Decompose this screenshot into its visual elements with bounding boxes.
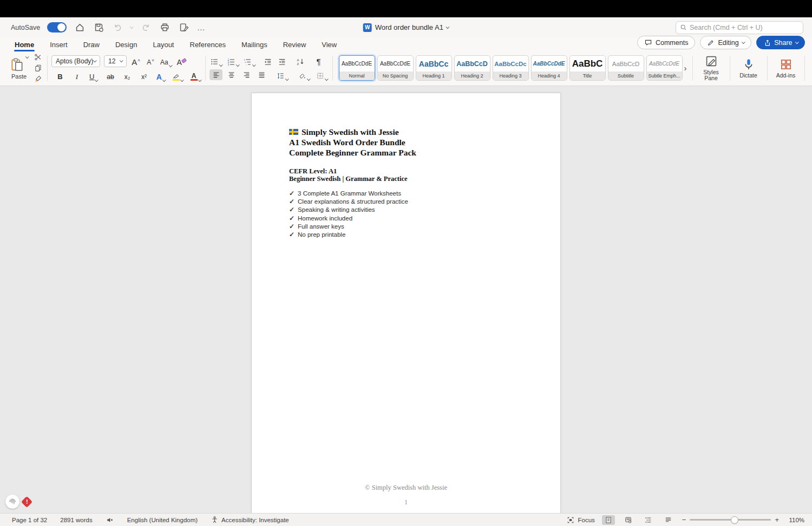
bold-button[interactable]: B [55, 71, 66, 81]
style-chip[interactable]: AaBbC Title [569, 55, 606, 81]
ribbon-tab[interactable]: View [321, 39, 337, 50]
shading-button[interactable] [298, 70, 311, 80]
home-icon[interactable] [74, 22, 86, 34]
checklist-item-text: Speaking & writing activities [298, 206, 375, 213]
paste-button[interactable]: Paste [6, 57, 31, 80]
borders-button[interactable] [316, 70, 329, 80]
word-count[interactable]: 2891 words [60, 517, 92, 523]
zoom-in-button[interactable]: + [775, 517, 779, 523]
format-painter-brush-icon [34, 75, 42, 83]
borders-grid-icon [316, 72, 324, 80]
style-chip[interactable]: AaBbCcDc Heading 3 [493, 55, 529, 81]
undo-menu-chevron-icon[interactable] [130, 25, 133, 28]
style-chip[interactable]: AaBbCc Heading 1 [416, 55, 452, 81]
search-bar[interactable] [676, 21, 803, 34]
text-effects-button[interactable]: A [155, 71, 166, 81]
style-chip[interactable]: AaBbCcD Heading 2 [454, 55, 490, 81]
zoom-slider-track[interactable] [690, 519, 771, 521]
align-center-button[interactable] [225, 69, 238, 80]
shrink-font-button[interactable]: A˅ [145, 56, 156, 66]
format-painter-button[interactable] [32, 75, 43, 83]
focus-icon [566, 516, 575, 524]
highlight-button[interactable] [172, 71, 184, 81]
styles-gallery-more-button[interactable]: › [683, 63, 689, 73]
comments-button[interactable]: Comments [637, 36, 695, 49]
document-edit-icon[interactable] [178, 22, 190, 34]
decrease-indent-icon [264, 58, 272, 66]
increase-indent-button[interactable] [277, 56, 287, 66]
add-ins-button[interactable]: Add-ins [771, 58, 801, 79]
accessibility-status[interactable]: Accessibility: Investigate [211, 516, 289, 524]
sort-button[interactable]: AZ [295, 56, 306, 66]
ribbon-tab[interactable]: Insert [49, 39, 68, 50]
clear-formatting-button[interactable]: A [176, 56, 187, 66]
dictation-touch-button[interactable] [5, 495, 19, 509]
autosave-toggle[interactable] [47, 22, 67, 33]
ribbon-tab[interactable]: References [189, 39, 226, 50]
style-chip[interactable]: AaBbCcDdE Heading 4 [531, 55, 567, 81]
copy-button[interactable] [32, 64, 43, 73]
document-title-area[interactable]: W Word order bundle A1 [363, 23, 449, 32]
style-chip[interactable]: AaBbCcDdE Subtle Emph... [646, 55, 683, 81]
align-right-button[interactable] [240, 69, 253, 80]
numbering-button[interactable]: 123 [226, 56, 240, 66]
align-left-button[interactable] [209, 69, 222, 80]
styles-pane-button[interactable]: Styles Pane [697, 55, 726, 81]
justify-button[interactable] [255, 69, 268, 80]
share-button[interactable]: Share [756, 36, 805, 49]
save-icon[interactable] [93, 22, 104, 34]
print-icon[interactable] [159, 22, 171, 34]
document-page[interactable]: Simply Swedish with Jessie A1 Swedish Wo… [251, 93, 561, 513]
font-color-button[interactable]: A [190, 71, 202, 81]
editing-mode-button[interactable]: Editing [700, 36, 751, 49]
editor-button[interactable]: Editor [809, 58, 812, 79]
cut-button[interactable] [32, 53, 43, 62]
ribbon-tab[interactable]: Draw [83, 39, 100, 50]
ribbon-tab[interactable]: Review [283, 39, 307, 50]
show-formatting-button[interactable]: ¶ [313, 56, 324, 66]
zoom-percentage[interactable]: 110% [786, 517, 804, 523]
multilevel-list-button[interactable]: 1ai [243, 56, 256, 66]
document-canvas[interactable]: Simply Swedish with Jessie A1 Swedish Wo… [0, 87, 812, 513]
dictate-button[interactable]: Dictate [734, 58, 763, 79]
proofing-alert-icon[interactable]: ! [21, 496, 32, 507]
zoom-slider[interactable]: − + [682, 517, 779, 523]
style-chip[interactable]: AaBbCcD Subtitle [608, 55, 644, 81]
paragraph-group: 123 1ai AZ ¶ [209, 56, 329, 80]
svg-text:Z: Z [297, 62, 299, 66]
undo-icon[interactable] [112, 22, 123, 34]
grow-font-button[interactable]: A˄ [130, 56, 141, 66]
page-indicator[interactable]: Page 1 of 32 [12, 517, 47, 523]
search-input[interactable] [690, 24, 799, 31]
italic-button[interactable]: I [71, 71, 82, 81]
subscript-button[interactable]: x₂ [122, 71, 133, 81]
focus-mode-button[interactable]: Focus [566, 516, 594, 524]
ribbon-tab[interactable]: Home [14, 39, 35, 50]
print-layout-view-button[interactable] [602, 515, 615, 525]
strikethrough-button[interactable]: ab [105, 71, 116, 81]
font-name-select[interactable]: Aptos (Body) [51, 55, 100, 67]
zoom-slider-knob[interactable] [731, 516, 738, 524]
underline-button[interactable]: U [88, 71, 99, 81]
read-aloud-muted-button[interactable] [106, 516, 114, 524]
superscript-button[interactable]: x² [139, 71, 149, 81]
zoom-out-button[interactable]: − [682, 517, 686, 523]
language-indicator[interactable]: English (United Kingdom) [127, 517, 198, 523]
decrease-indent-button[interactable] [263, 56, 273, 66]
ribbon-tab[interactable]: Mailings [241, 39, 268, 50]
outline-view-button[interactable] [642, 515, 655, 525]
ribbon-tab[interactable]: Layout [152, 39, 174, 50]
line-spacing-button[interactable] [276, 70, 289, 80]
style-chip[interactable]: AaBbCcDdE No Spacing [377, 55, 414, 81]
font-size-select[interactable]: 12 [104, 55, 127, 67]
pencil-icon [707, 39, 715, 47]
redo-icon[interactable] [140, 22, 152, 34]
bullets-button[interactable] [209, 56, 223, 66]
web-layout-view-button[interactable] [622, 515, 635, 525]
style-chip-label: Title [570, 72, 605, 80]
ribbon-tab[interactable]: Design [115, 39, 137, 50]
draft-view-button[interactable] [662, 515, 675, 525]
change-case-button[interactable]: Aa [160, 56, 172, 66]
more-commands-icon[interactable]: … [197, 25, 206, 30]
style-chip[interactable]: AaBbCcDdE Normal [339, 55, 375, 81]
